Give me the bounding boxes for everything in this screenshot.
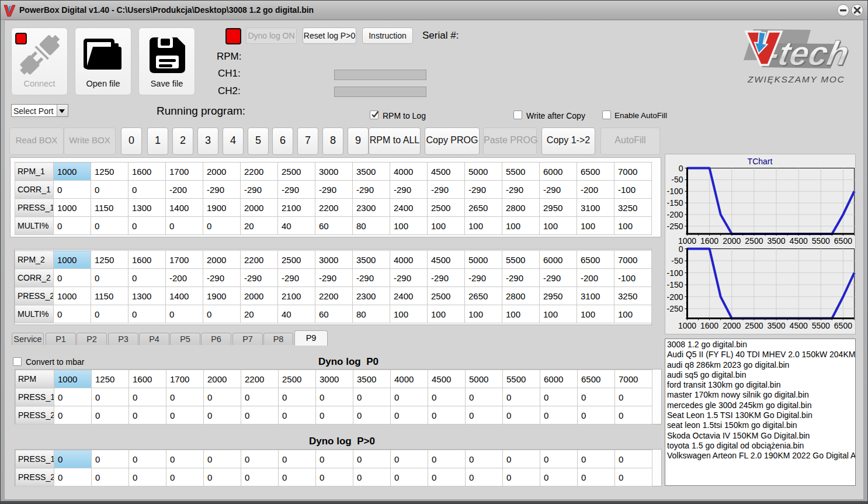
svg-text:-100: -100 bbox=[666, 187, 683, 196]
svg-text:TChart: TChart bbox=[748, 157, 773, 166]
svg-text:5500: 5500 bbox=[812, 321, 830, 330]
svg-text:6500: 6500 bbox=[834, 321, 852, 330]
svg-text:1600: 1600 bbox=[700, 236, 718, 246]
svg-text:-200: -200 bbox=[666, 210, 683, 219]
svg-text:2000: 2000 bbox=[723, 321, 741, 330]
svg-text:-250: -250 bbox=[666, 304, 683, 313]
svg-text:-150: -150 bbox=[666, 280, 683, 289]
svg-text:2500: 2500 bbox=[745, 321, 763, 330]
svg-text:-50: -50 bbox=[671, 256, 683, 265]
svg-text:5500: 5500 bbox=[812, 236, 830, 246]
svg-text:-100: -100 bbox=[666, 268, 683, 278]
svg-text:-250: -250 bbox=[666, 222, 683, 231]
svg-text:4500: 4500 bbox=[790, 236, 808, 246]
svg-text:-200: -200 bbox=[666, 292, 683, 302]
svg-text:1000: 1000 bbox=[678, 321, 696, 330]
svg-text:3500: 3500 bbox=[767, 321, 785, 330]
svg-text:0: 0 bbox=[679, 244, 683, 254]
svg-text:3500: 3500 bbox=[767, 236, 785, 246]
svg-text:2500: 2500 bbox=[745, 236, 763, 246]
svg-text:6500: 6500 bbox=[834, 236, 852, 246]
svg-text:ZWIĘKSZAMY MOC: ZWIĘKSZAMY MOC bbox=[747, 74, 845, 84]
svg-text:2000: 2000 bbox=[723, 236, 741, 246]
svg-text:1600: 1600 bbox=[700, 321, 718, 330]
svg-text:0: 0 bbox=[679, 164, 683, 173]
svg-text:4500: 4500 bbox=[790, 321, 808, 330]
svg-text:-150: -150 bbox=[666, 198, 683, 208]
svg-text:-50: -50 bbox=[671, 175, 683, 184]
